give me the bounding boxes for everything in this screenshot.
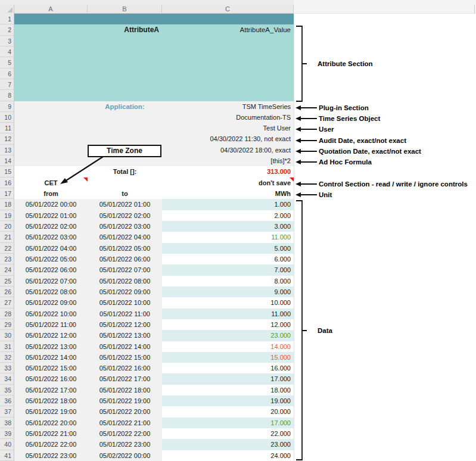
- row-number[interactable]: 14: [0, 155, 14, 166]
- row-number[interactable]: 5: [0, 57, 14, 68]
- row-number[interactable]: 9: [0, 101, 14, 112]
- cell-meta-value[interactable]: Documentation-TS: [162, 112, 294, 123]
- row-number[interactable]: 18: [0, 199, 14, 210]
- row-number[interactable]: 15: [0, 166, 14, 177]
- cell-to[interactable]: 05/01/2022 01:00: [88, 199, 162, 210]
- cell-value[interactable]: 17.000: [162, 373, 294, 384]
- cell-value[interactable]: 16.000: [162, 363, 294, 373]
- cell-from[interactable]: 05/01/2022 11:00: [14, 319, 88, 330]
- cell-from[interactable]: 05/01/2022 18:00: [14, 395, 88, 406]
- cell-to[interactable]: 05/01/2022 17:00: [88, 373, 162, 384]
- row-number[interactable]: 26: [0, 286, 14, 297]
- row-number[interactable]: 31: [0, 341, 14, 352]
- cell-header-unit[interactable]: MWh: [162, 188, 294, 199]
- cell-value[interactable]: 10.000: [162, 297, 294, 308]
- row-number[interactable]: 4: [0, 46, 14, 57]
- row-number[interactable]: 2: [0, 24, 14, 35]
- cell-attribute-name[interactable]: AttributeA: [88, 24, 162, 35]
- row-number[interactable]: 30: [0, 330, 14, 341]
- cell-to[interactable]: 05/01/2022 16:00: [88, 363, 162, 373]
- cell-to[interactable]: 05/01/2022 05:00: [88, 243, 162, 254]
- cell-from[interactable]: 05/01/2022 09:00: [14, 297, 88, 308]
- row-number[interactable]: 11: [0, 123, 14, 133]
- row-number[interactable]: 34: [0, 373, 14, 384]
- row-number[interactable]: 13: [0, 145, 14, 155]
- row-number[interactable]: 1: [0, 14, 14, 24]
- row-number[interactable]: 40: [0, 439, 14, 450]
- cell-to[interactable]: 05/01/2022 12:00: [88, 319, 162, 330]
- row-number[interactable]: 20: [0, 221, 14, 232]
- cell-to[interactable]: 05/01/2022 23:00: [88, 439, 162, 450]
- row-number[interactable]: 24: [0, 264, 14, 275]
- cell-to[interactable]: 05/01/2022 22:00: [88, 428, 162, 439]
- cell-application-value[interactable]: TSM TimeSeries: [162, 101, 294, 112]
- cell-value[interactable]: 14.000: [162, 341, 294, 352]
- cell-to[interactable]: 05/01/2022 10:00: [88, 297, 162, 308]
- cell-to[interactable]: 05/01/2022 19:00: [88, 395, 162, 406]
- cell-to[interactable]: 05/02/2022 00:00: [88, 450, 162, 461]
- row-number[interactable]: 3: [0, 36, 14, 46]
- cell-value[interactable]: 12.000: [162, 319, 294, 330]
- cell-from[interactable]: 05/01/2022 13:00: [14, 341, 88, 352]
- cell-from[interactable]: 05/01/2022 04:00: [14, 243, 88, 254]
- cell-from[interactable]: 05/01/2022 21:00: [14, 428, 88, 439]
- cell-from[interactable]: 05/01/2022 02:00: [14, 221, 88, 232]
- cell-from[interactable]: 05/01/2022 12:00: [14, 330, 88, 341]
- cell-value[interactable]: 1.000: [162, 199, 294, 210]
- row-number[interactable]: 36: [0, 395, 14, 406]
- cell-value[interactable]: 2.000: [162, 210, 294, 221]
- cell-to[interactable]: 05/01/2022 04:00: [88, 232, 162, 242]
- row-number[interactable]: 33: [0, 363, 14, 373]
- row-number[interactable]: 32: [0, 352, 14, 363]
- cell-header-from[interactable]: from: [14, 188, 88, 199]
- cell-total-value[interactable]: 313.000: [162, 166, 294, 177]
- cell-to[interactable]: 05/01/2022 02:00: [88, 210, 162, 221]
- row-number[interactable]: 41: [0, 450, 14, 461]
- cell-from[interactable]: 05/01/2022 14:00: [14, 352, 88, 363]
- row-number[interactable]: 39: [0, 428, 14, 439]
- cell-value[interactable]: 18.000: [162, 385, 294, 395]
- cell-to[interactable]: 05/01/2022 11:00: [88, 309, 162, 319]
- cell-meta-value[interactable]: 04/30/2022 18:00, exact: [162, 145, 294, 155]
- cell-value[interactable]: 7.000: [162, 264, 294, 275]
- cell-to[interactable]: 05/01/2022 21:00: [88, 418, 162, 428]
- row-number[interactable]: 6: [0, 68, 14, 79]
- cell-to[interactable]: 05/01/2022 09:00: [88, 286, 162, 297]
- cell-from[interactable]: 05/01/2022 20:00: [14, 418, 88, 428]
- cell-from[interactable]: 05/01/2022 19:00: [14, 406, 88, 417]
- row-number[interactable]: 27: [0, 297, 14, 308]
- cell-from[interactable]: 05/01/2022 15:00: [14, 363, 88, 373]
- row-number[interactable]: 10: [0, 112, 14, 123]
- row-number[interactable]: 28: [0, 309, 14, 319]
- cell-meta-value[interactable]: 04/30/2022 11:30, not exact: [162, 133, 294, 144]
- row-number[interactable]: 23: [0, 254, 14, 264]
- row-number[interactable]: 12: [0, 133, 14, 144]
- column-header-c[interactable]: C: [162, 5, 294, 14]
- cell-value[interactable]: 20.000: [162, 406, 294, 417]
- cell-value[interactable]: 22.000: [162, 428, 294, 439]
- cell-from[interactable]: 05/01/2022 16:00: [14, 373, 88, 384]
- cell-to[interactable]: 05/01/2022 14:00: [88, 341, 162, 352]
- cell-to[interactable]: 05/01/2022 13:00: [88, 330, 162, 341]
- cell-save-mode[interactable]: don't save: [162, 177, 294, 188]
- cell-value[interactable]: 24.000: [162, 450, 294, 461]
- cell-from[interactable]: 05/01/2022 23:00: [14, 450, 88, 461]
- cell-to[interactable]: 05/01/2022 07:00: [88, 264, 162, 275]
- cell-value[interactable]: 6.000: [162, 254, 294, 264]
- cell-value[interactable]: 11.000: [162, 309, 294, 319]
- cell-header-to[interactable]: to: [88, 188, 162, 199]
- row-number[interactable]: 25: [0, 276, 14, 286]
- cell-from[interactable]: 05/01/2022 22:00: [14, 439, 88, 450]
- cell-value[interactable]: 11.000: [162, 232, 294, 242]
- cell-from[interactable]: 05/01/2022 00:00: [14, 199, 88, 210]
- cell-value[interactable]: 19.000: [162, 395, 294, 406]
- cell-value[interactable]: 17.000: [162, 418, 294, 428]
- cell-application-label[interactable]: Application:: [88, 101, 162, 112]
- cell-to[interactable]: 05/01/2022 08:00: [88, 276, 162, 286]
- cell-from[interactable]: 05/01/2022 06:00: [14, 264, 88, 275]
- column-header-a[interactable]: A: [14, 5, 88, 14]
- cell-to[interactable]: 05/01/2022 15:00: [88, 352, 162, 363]
- cell-value[interactable]: 5.000: [162, 243, 294, 254]
- row-number[interactable]: 22: [0, 243, 14, 254]
- row-number[interactable]: 7: [0, 79, 14, 90]
